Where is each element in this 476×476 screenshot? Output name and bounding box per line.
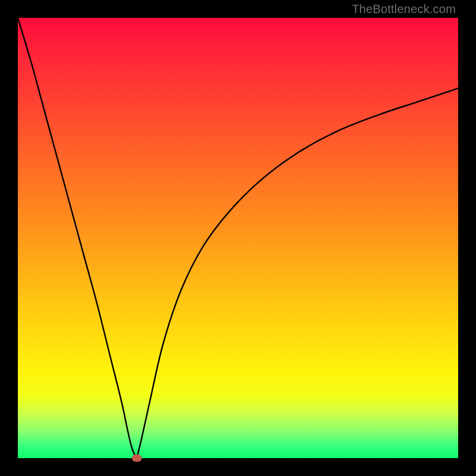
marker-dot (132, 455, 142, 462)
curve-right-branch (137, 88, 458, 458)
chart-frame: TheBottleneck.com (0, 0, 476, 476)
curve-left-branch (18, 18, 137, 458)
bottleneck-curve (18, 18, 458, 458)
plot-area (18, 18, 458, 458)
watermark-text: TheBottleneck.com (352, 2, 456, 16)
